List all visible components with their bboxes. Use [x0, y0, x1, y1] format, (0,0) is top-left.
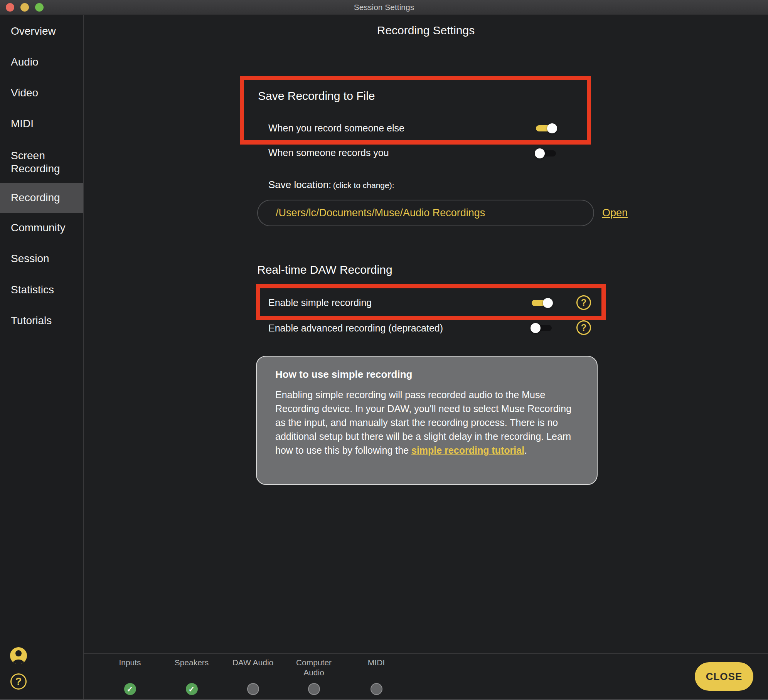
close-button[interactable]: CLOSE [695, 662, 753, 691]
window-title: Session Settings [354, 3, 414, 12]
info-box-title: How to use simple recording [275, 369, 578, 380]
titlebar: Session Settings [0, 0, 768, 15]
device-status-computer-audio: Computer Audio ✓ [283, 658, 345, 695]
toggle-when-you-record[interactable] [536, 125, 556, 131]
footer-divider [84, 653, 768, 654]
check-icon: ✓ [189, 685, 195, 694]
zoom-window-button[interactable] [35, 3, 44, 12]
device-label: MIDI [345, 658, 407, 668]
save-location-hint: (click to change): [333, 181, 394, 190]
label-when-you-record: When you record someone else [268, 122, 404, 134]
page-header: Recording Settings [84, 15, 768, 46]
sidebar-item-community[interactable]: Community [0, 214, 83, 241]
device-status-midi: MIDI ✓ [345, 658, 407, 695]
save-location-path: /Users/lc/Documents/Muse/Audio Recording… [276, 207, 485, 219]
account-icon[interactable] [10, 647, 27, 664]
device-label: Speakers [161, 658, 222, 668]
label-enable-advanced-recording: Enable advanced recording (depracated) [268, 322, 443, 334]
minimize-window-button[interactable] [20, 3, 29, 12]
save-location-text: Save location: [268, 179, 331, 190]
info-box-simple-recording: How to use simple recording Enabling sim… [256, 356, 598, 485]
save-location-field[interactable]: /Users/lc/Documents/Muse/Audio Recording… [257, 200, 594, 226]
simple-recording-tutorial-link[interactable]: simple recording tutorial [411, 445, 524, 456]
toggle-knob [535, 148, 545, 158]
sidebar-item-tutorials[interactable]: Tutorials [0, 307, 83, 334]
device-label: DAW Audio [222, 658, 284, 668]
section-title-daw-recording: Real-time DAW Recording [257, 263, 392, 277]
toggle-knob [531, 323, 541, 333]
device-status-speakers: Speakers ✓ [161, 658, 222, 695]
help-icon-simple-recording[interactable]: ? [576, 295, 591, 310]
status-indicator-speakers: ✓ [186, 683, 198, 695]
status-indicator-computer-audio: ✓ [308, 683, 320, 695]
toggle-knob [543, 298, 553, 308]
info-body-period: . [524, 445, 527, 456]
sidebar-item-video[interactable]: Video [0, 79, 83, 106]
status-indicator-inputs: ✓ [124, 683, 136, 695]
session-settings-window: Session Settings Overview Audio Video MI… [0, 0, 768, 700]
annotation-highlight-save-recording [240, 76, 591, 145]
help-glyph: ? [581, 322, 587, 333]
device-status-inputs: Inputs ✓ [99, 658, 161, 695]
toggle-knob [547, 123, 557, 133]
sidebar-item-overview[interactable]: Overview [0, 18, 83, 45]
sidebar-item-midi[interactable]: MIDI [0, 110, 83, 137]
device-label: Computer Audio [283, 658, 345, 678]
device-label: Inputs [99, 658, 161, 668]
check-icon: ✓ [127, 685, 133, 694]
account-icon-head [15, 650, 22, 656]
help-icon[interactable]: ? [10, 673, 27, 690]
toggle-when-someone-records[interactable] [536, 150, 556, 156]
sidebar-item-audio[interactable]: Audio [0, 49, 83, 76]
status-indicator-midi: ✓ [371, 683, 382, 695]
open-folder-link[interactable]: Open [602, 207, 628, 219]
sidebar-item-screen-recording[interactable]: Screen Recording [0, 145, 83, 180]
account-icon-shoulders [13, 660, 24, 664]
sidebar-item-session[interactable]: Session [0, 245, 83, 272]
toggle-enable-advanced-recording[interactable] [532, 325, 552, 331]
sidebar-item-statistics[interactable]: Statistics [0, 276, 83, 303]
help-glyph: ? [15, 676, 22, 688]
page-title: Recording Settings [377, 24, 475, 37]
label-when-someone-records: When someone records you [268, 147, 389, 158]
toggle-enable-simple-recording[interactable] [532, 300, 552, 306]
save-location-label: Save location: (click to change): [268, 179, 394, 191]
close-window-button[interactable] [6, 3, 14, 12]
section-title-save-recording: Save Recording to File [258, 89, 375, 103]
sidebar-item-recording[interactable]: Recording [0, 183, 83, 213]
device-status-daw-audio: DAW Audio ✓ [222, 658, 284, 695]
help-glyph: ? [581, 297, 587, 308]
info-box-body: Enabling simple recording will pass reco… [275, 388, 578, 457]
help-icon-advanced-recording[interactable]: ? [576, 320, 591, 335]
label-enable-simple-recording: Enable simple recording [268, 297, 372, 308]
status-indicator-daw-audio: ✓ [247, 683, 259, 695]
sidebar: Overview Audio Video MIDI Screen Recordi… [0, 15, 84, 700]
